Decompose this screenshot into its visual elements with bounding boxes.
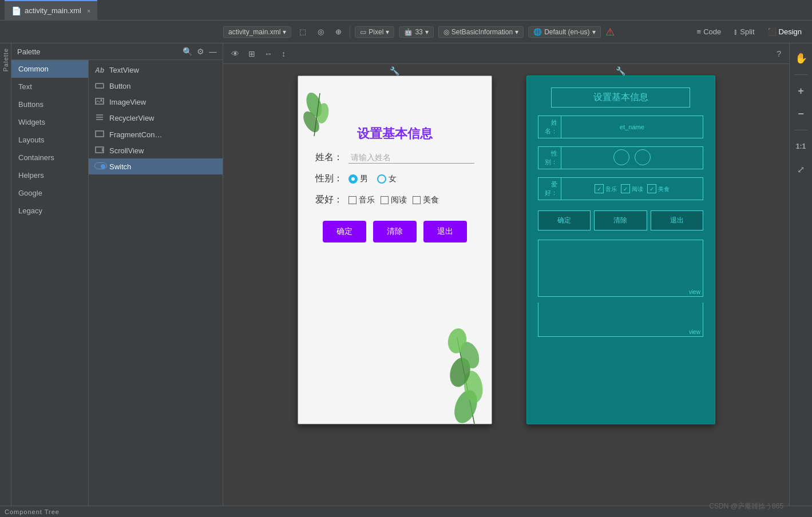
theme-icon: ◎	[443, 28, 449, 36]
palette-settings-btn[interactable]: ⚙	[197, 47, 204, 56]
theme-dropdown[interactable]: ◎ SetBasicInformation ▾	[438, 26, 524, 38]
sidebar-item-common[interactable]: Common	[11, 60, 88, 78]
code-view-btn[interactable]: ≡ Code	[694, 26, 725, 37]
sidebar-item-layouts[interactable]: Layouts	[11, 131, 88, 149]
component-tree-bar: Component Tree	[0, 506, 812, 517]
blueprint-preview: 设置基本信息 姓名： et_name 性别：	[526, 75, 715, 424]
name-label: 姓名：	[315, 152, 343, 164]
confirm-button[interactable]: 确定	[323, 221, 366, 242]
checkbox-food[interactable]: 美食	[413, 195, 439, 205]
svg-point-18	[446, 327, 468, 355]
canvas-arrow-h-btn[interactable]: ↔	[262, 48, 275, 59]
bp-name-table: 姓名： et_name	[538, 116, 703, 138]
android-icon: 🤖	[404, 28, 413, 36]
scrollview-icon	[94, 146, 105, 155]
category-list: Common Text Buttons Widgets Layouts Cont…	[11, 60, 89, 506]
locale-arrow-icon: ▾	[592, 28, 596, 36]
canvas-grid-btn[interactable]: ⊞	[246, 48, 258, 59]
bp-exit-btn[interactable]: 退出	[651, 210, 703, 230]
bp-food-label: 美食	[658, 186, 670, 192]
recyclerview-icon	[94, 113, 105, 123]
bp-gender-label: 性别：	[538, 147, 561, 169]
rotate-btn[interactable]: ⊕	[332, 26, 345, 37]
zoom-in-btn[interactable]: +	[792, 82, 810, 100]
design-view-btn[interactable]: ⬛ Design	[764, 26, 805, 37]
gender-row: 性别： 男 女	[315, 173, 474, 185]
expand-btn[interactable]: ⤢	[792, 160, 810, 178]
bp-clear-btn[interactable]: 清除	[594, 210, 647, 230]
file-tab-close[interactable]: ×	[87, 7, 90, 14]
canvas-eye-btn[interactable]: 👁	[229, 48, 241, 59]
svg-line-13	[457, 338, 474, 424]
svg-rect-1	[96, 98, 104, 104]
checkbox-reading[interactable]: 阅读	[381, 195, 407, 205]
palette-panel: Palette 🔍 ⚙ — Common Text Buttons Widget…	[11, 43, 223, 506]
svg-point-16	[446, 355, 473, 389]
exit-button[interactable]: 退出	[423, 221, 467, 242]
hand-tool-btn[interactable]: ✋	[792, 49, 810, 67]
canvas-toolbar: 👁 ⊞ ↔ ↕ ?	[223, 43, 789, 64]
canvas-help-btn[interactable]: ?	[774, 48, 783, 59]
palette-collapse-btn[interactable]: —	[209, 47, 217, 56]
eye-btn[interactable]: ◎	[314, 26, 327, 37]
widget-item-scrollview[interactable]: ScrollView	[89, 142, 223, 158]
bp-gender-table: 性别：	[538, 146, 703, 169]
sidebar-item-containers[interactable]: Containers	[11, 149, 88, 166]
api-arrow-icon: ▾	[425, 28, 429, 36]
sidebar-item-legacy[interactable]: Legacy	[11, 202, 88, 220]
right-toolbar: ✋ + − 1:1 ⤢	[789, 43, 812, 506]
file-dropdown[interactable]: activity_main.xml ▾	[223, 26, 291, 38]
fragmentcon-icon	[94, 130, 105, 139]
name-row: 姓名：	[315, 152, 474, 164]
widget-item-button[interactable]: Button	[89, 78, 223, 94]
device-dropdown[interactable]: ▭ Pixel ▾	[355, 26, 394, 38]
expand-icon: ⤢	[797, 164, 805, 175]
phone-content: 设置基本信息 姓名： 性别：	[298, 76, 492, 254]
checkbox-music[interactable]: 音乐	[348, 195, 375, 205]
radio-male[interactable]: 男	[348, 174, 368, 184]
widget-item-imageview[interactable]: ImageView	[89, 94, 223, 110]
textview-icon: Ab	[94, 66, 105, 74]
radio-group: 男 女	[348, 174, 397, 184]
phone-form: 姓名： 性别： 男	[310, 152, 480, 206]
zoom-out-btn[interactable]: −	[792, 105, 810, 123]
bp-gender-circles	[561, 147, 703, 169]
sidebar-item-text[interactable]: Text	[11, 78, 88, 96]
radio-male-circle	[348, 174, 358, 184]
sidebar-item-buttons[interactable]: Buttons	[11, 96, 88, 113]
layers-btn[interactable]: ⬚	[296, 26, 310, 37]
clear-button[interactable]: 清除	[373, 221, 417, 242]
widget-item-fragmentcon[interactable]: FragmentCon…	[89, 126, 223, 142]
widget-item-recyclerview[interactable]: RecyclerView	[89, 110, 223, 126]
radio-female[interactable]: 女	[377, 174, 397, 184]
bp-confirm-btn[interactable]: 确定	[538, 210, 591, 230]
svg-point-15	[461, 369, 485, 404]
sidebar-item-widgets[interactable]: Widgets	[11, 113, 88, 131]
canvas-arrow-v-btn[interactable]: ↕	[279, 48, 288, 59]
bp-hobby-label: 爱好：	[538, 178, 561, 200]
split-view-btn[interactable]: ⫿ Split	[730, 26, 758, 37]
palette-search-btn[interactable]: 🔍	[183, 47, 192, 56]
palette-sidebar-label: Palette	[2, 48, 9, 71]
theme-arrow-icon: ▾	[515, 28, 518, 36]
svg-rect-6	[96, 131, 104, 137]
ratio-icon: 1:1	[796, 142, 806, 150]
phone-title: 设置基本信息	[357, 125, 433, 142]
name-input[interactable]	[348, 152, 474, 164]
ratio-btn[interactable]: 1:1	[792, 137, 810, 156]
wrench-icon-right: 🔧	[616, 66, 625, 75]
eye-icon: ◎	[318, 27, 324, 36]
widget-item-switch[interactable]: Switch	[89, 158, 223, 174]
file-tab[interactable]: 📄 activity_main.xml ×	[5, 0, 97, 20]
widget-item-textview[interactable]: Ab TextView	[89, 62, 223, 78]
sidebar-item-google[interactable]: Google	[11, 184, 88, 202]
hobby-label: 爱好：	[315, 194, 343, 206]
button-icon	[94, 81, 105, 90]
watermark: CSDN @庐庵雑捻う865	[709, 502, 783, 506]
palette-content: Common Text Buttons Widgets Layouts Cont…	[11, 60, 223, 506]
sidebar-item-helpers[interactable]: Helpers	[11, 166, 88, 184]
alert-icon[interactable]: ⚠	[605, 26, 615, 38]
svg-point-2	[101, 100, 102, 101]
locale-dropdown[interactable]: 🌐 Default (en-us) ▾	[528, 26, 600, 38]
api-dropdown[interactable]: 🤖 33 ▾	[399, 26, 433, 38]
